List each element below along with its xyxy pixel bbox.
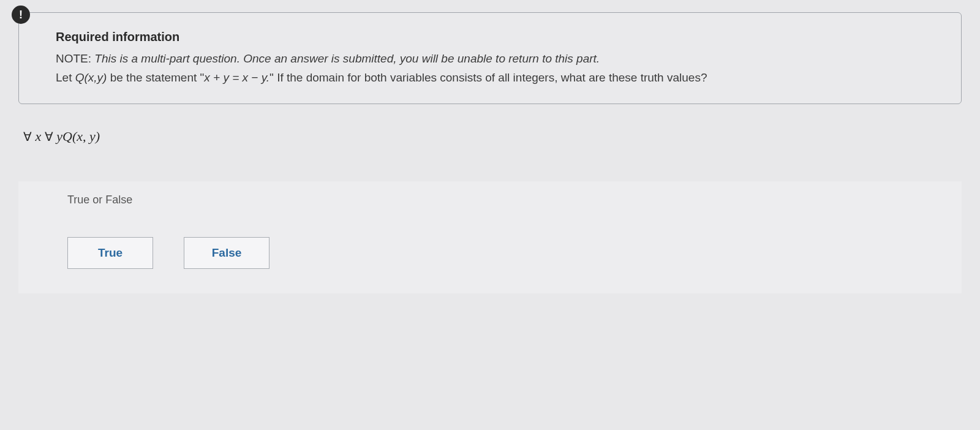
false-button[interactable]: False [184,237,270,269]
button-row: True False [67,237,937,269]
question-stem: ∀ x ∀ yQ(x, y) [23,129,962,145]
true-button[interactable]: True [67,237,153,269]
forall-symbol-1: ∀ [23,130,32,143]
forall-symbol-2: ∀ [45,130,53,143]
question-y: y [53,129,62,144]
question-qxy: Q(x, y) [62,129,100,144]
info-note: NOTE: This is a multi-part question. Onc… [56,50,937,68]
info-body: Let Q(x,y) be the statement "x + y = x −… [56,69,937,87]
alert-icon-glyph: ! [19,9,23,21]
alert-icon: ! [12,6,30,24]
info-body-prefix: Let [56,71,75,84]
required-info-box: ! Required information NOTE: This is a m… [18,12,962,104]
info-body-suffix: " If the domain for both variables consi… [270,71,707,84]
info-body-eq: x + y = x − y. [204,71,270,84]
answer-section: True or False True False [18,181,962,293]
answer-label: True or False [67,194,937,206]
info-note-text: This is a multi-part question. Once an a… [94,52,600,65]
info-body-mid1: be the statement " [107,71,204,84]
info-heading: Required information [56,30,937,44]
info-note-label: NOTE: [56,52,94,65]
question-x: x [32,129,45,144]
info-body-qxy: Q(x,y) [75,71,107,84]
